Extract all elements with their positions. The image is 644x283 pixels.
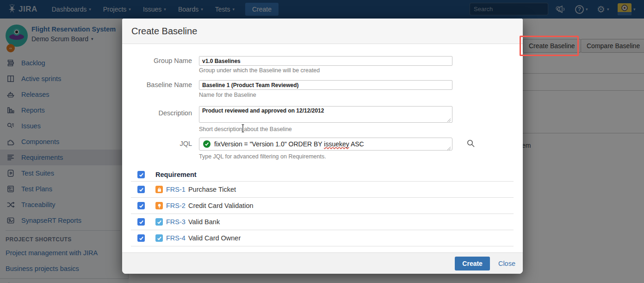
jql-input[interactable]: fixVersion = "Version 1.0" ORDER BY issu… <box>199 138 452 151</box>
requirement-row: FRS-1Purchase Ticket <box>131 182 514 198</box>
issue-key-link[interactable]: FRS-1 <box>166 186 186 193</box>
group-name-label: Group Name <box>122 57 192 64</box>
baseline-name-help: Name for the Baseline <box>199 92 256 98</box>
row-checkbox[interactable] <box>137 234 145 242</box>
row-checkbox[interactable] <box>137 202 145 209</box>
issue-key-link[interactable]: FRS-3 <box>166 218 186 226</box>
create-baseline-dialog: Create Baseline Group Name Group under w… <box>122 19 523 274</box>
issue-type-lock-icon <box>155 186 163 193</box>
description-input[interactable]: Product reviewed and approved on 12/12/2… <box>199 106 452 123</box>
jql-value: fixVersion = "Version 1.0" ORDER BY issu… <box>214 140 364 148</box>
row-checkbox[interactable] <box>137 218 145 226</box>
issue-summary: Credit Card Validation <box>188 202 254 209</box>
dialog-title: Create Baseline <box>131 26 197 37</box>
requirement-row: FRS-4Valid Card Owner <box>131 230 514 246</box>
issue-summary: Purchase Ticket <box>188 186 236 193</box>
baseline-name-label: Baseline Name <box>122 81 192 88</box>
jql-search-icon[interactable] <box>466 139 476 148</box>
group-name-input[interactable] <box>199 56 452 66</box>
select-all-checkbox[interactable] <box>137 171 145 178</box>
issue-summary: Valid Card Owner <box>188 234 241 242</box>
issue-type-bulb-icon <box>155 202 163 209</box>
issue-type-check-icon <box>155 234 163 242</box>
annotation-highlight-box <box>520 36 579 56</box>
jql-help: Type JQL for advanced filtering on Requi… <box>199 153 326 160</box>
baseline-name-input[interactable] <box>199 80 452 90</box>
requirement-row: FRS-3Valid Bank <box>131 214 514 230</box>
jql-label: JQL <box>122 140 192 147</box>
page: JIRA Dashboards▾Projects▾Issues▾Boards▾T… <box>0 0 644 283</box>
requirement-row: FRS-2Credit Card Validation <box>131 198 514 214</box>
row-checkbox[interactable] <box>137 186 145 193</box>
dialog-footer: Create Close <box>122 252 523 274</box>
jql-valid-icon <box>203 140 211 148</box>
issue-key-link[interactable]: FRS-2 <box>166 202 186 209</box>
group-name-help: Group under which the Baseline will be c… <box>199 67 320 74</box>
issue-summary: Valid Bank <box>188 218 220 226</box>
close-link[interactable]: Close <box>498 260 515 267</box>
issue-type-check-icon <box>155 218 163 226</box>
requirement-column-header: Requirement <box>155 171 197 178</box>
create-button[interactable]: Create <box>455 257 490 270</box>
dialog-header: Create Baseline <box>122 19 523 44</box>
requirement-list: FRS-1Purchase TicketFRS-2Credit Card Val… <box>131 182 514 246</box>
description-label: Description <box>122 109 192 117</box>
description-help: Short description about the Baseline <box>199 126 292 132</box>
text-cursor-icon <box>241 124 245 132</box>
issue-key-link[interactable]: FRS-4 <box>166 234 186 242</box>
